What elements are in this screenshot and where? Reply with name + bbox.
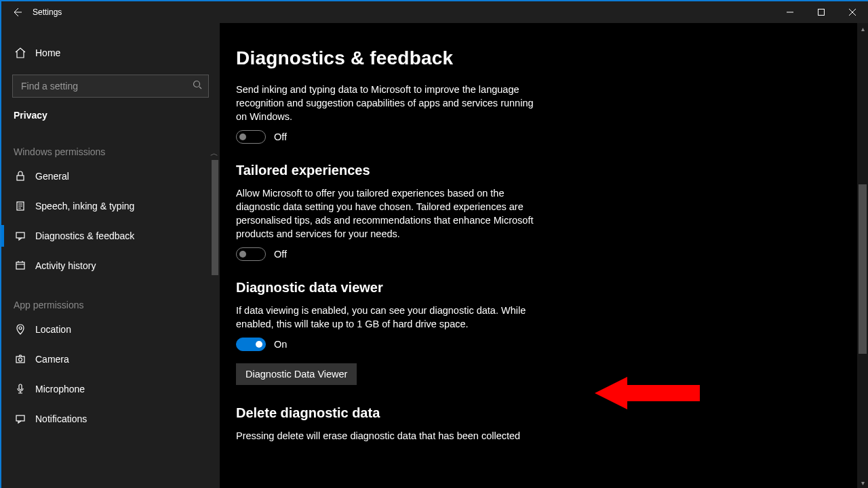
- feedback-icon: [14, 229, 27, 243]
- notifications-icon: [14, 412, 27, 426]
- inking-toggle-row: Off: [236, 130, 762, 144]
- content-area: Diagnostics & feedback Send inking and t…: [220, 23, 868, 488]
- sidebar-item-label: Camera: [35, 354, 69, 365]
- inking-toggle-label: Off: [274, 131, 287, 142]
- minimize-icon: [787, 9, 793, 16]
- svg-rect-4: [16, 232, 24, 238]
- svg-point-8: [19, 358, 22, 361]
- lock-icon: [14, 169, 27, 183]
- chevron-up-icon[interactable]: ︿: [210, 148, 218, 159]
- sidebar-item-activity[interactable]: Activity history: [1, 251, 220, 281]
- page-title: Diagnostics & feedback: [236, 47, 762, 69]
- viewer-toggle-label: On: [274, 339, 287, 350]
- sidebar-item-label: Notifications: [35, 413, 87, 424]
- sidebar-item-label: Location: [35, 324, 71, 335]
- svg-rect-9: [19, 384, 22, 390]
- svg-rect-5: [16, 262, 24, 269]
- delete-description: Pressing delete will erase diagnostic da…: [236, 429, 534, 443]
- sidebar-item-location[interactable]: Location: [1, 314, 220, 344]
- titlebar: Settings: [1, 1, 868, 23]
- maximize-icon: [818, 9, 825, 16]
- sidebar-home-label: Home: [35, 47, 60, 58]
- scroll-up-button[interactable]: ▴: [857, 23, 868, 34]
- search-wrap: [1, 68, 220, 98]
- toggle-knob: [256, 341, 262, 348]
- svg-rect-0: [818, 9, 825, 16]
- svg-rect-10: [16, 415, 24, 421]
- tailored-toggle[interactable]: [236, 247, 266, 261]
- viewer-toggle-row: On: [236, 338, 762, 351]
- svg-point-1: [194, 81, 200, 87]
- svg-rect-2: [17, 176, 24, 180]
- minimize-button[interactable]: [774, 1, 806, 23]
- toggle-knob: [239, 134, 246, 140]
- window-title: Settings: [33, 7, 62, 17]
- tailored-description: Allow Microsoft to offer you tailored ex…: [236, 186, 534, 241]
- viewer-toggle[interactable]: [236, 338, 266, 351]
- sidebar-item-label: General: [35, 171, 69, 182]
- sidebar-item-speech[interactable]: Speech, inking & typing: [1, 191, 220, 221]
- delete-heading: Delete diagnostic data: [236, 405, 762, 421]
- sidebar-item-label: Microphone: [35, 384, 85, 394]
- microphone-icon: [14, 382, 27, 396]
- sidebar: Home Privacy ︿ Windows permissions Gener…: [1, 23, 220, 488]
- group-app-permissions: App permissions: [1, 281, 220, 314]
- content-scrollbar[interactable]: ▴ ▾: [857, 23, 868, 488]
- viewer-heading: Diagnostic data viewer: [236, 280, 762, 296]
- sidebar-home[interactable]: Home: [1, 38, 220, 68]
- search-icon: [193, 80, 202, 89]
- tailored-toggle-row: Off: [236, 247, 762, 261]
- arrow-left-icon: [12, 7, 22, 18]
- window-controls: [774, 1, 868, 23]
- svg-point-6: [19, 327, 22, 329]
- sidebar-item-label: Diagnostics & feedback: [35, 230, 134, 241]
- diagnostic-data-viewer-button[interactable]: Diagnostic Data Viewer: [236, 363, 357, 385]
- camera-icon: [14, 352, 27, 366]
- group-windows-permissions: Windows permissions: [1, 127, 220, 161]
- tailored-toggle-label: Off: [274, 249, 287, 260]
- scroll-down-button[interactable]: ▾: [857, 477, 868, 488]
- home-icon: [14, 46, 27, 60]
- sidebar-scrollbar-thumb[interactable]: [212, 160, 218, 275]
- sidebar-item-label: Activity history: [35, 260, 96, 271]
- inking-description: Send inking and typing data to Microsoft…: [236, 83, 534, 123]
- sidebar-item-camera[interactable]: Camera: [1, 344, 220, 374]
- location-icon: [14, 323, 27, 336]
- history-icon: [14, 259, 27, 272]
- sidebar-section-privacy: Privacy: [1, 98, 220, 127]
- sidebar-item-label: Speech, inking & typing: [35, 201, 134, 211]
- toggle-knob: [239, 251, 246, 258]
- sidebar-item-microphone[interactable]: Microphone: [1, 374, 220, 404]
- sidebar-item-general[interactable]: General: [1, 161, 220, 191]
- search-input[interactable]: [12, 75, 209, 98]
- close-icon: [849, 9, 856, 16]
- sidebar-item-diagnostics[interactable]: Diagnostics & feedback: [1, 221, 220, 251]
- maximize-button[interactable]: [806, 1, 837, 23]
- inking-toggle[interactable]: [236, 130, 266, 144]
- content-scrollbar-thumb[interactable]: [859, 184, 867, 354]
- viewer-description: If data viewing is enabled, you can see …: [236, 304, 534, 331]
- close-button[interactable]: [837, 1, 868, 23]
- sidebar-scrollbar[interactable]: [210, 159, 220, 488]
- clipboard-icon: [14, 199, 27, 213]
- tailored-heading: Tailored experiences: [236, 163, 762, 178]
- svg-rect-7: [16, 357, 24, 363]
- back-button[interactable]: [1, 1, 33, 23]
- sidebar-item-notifications[interactable]: Notifications: [1, 404, 220, 434]
